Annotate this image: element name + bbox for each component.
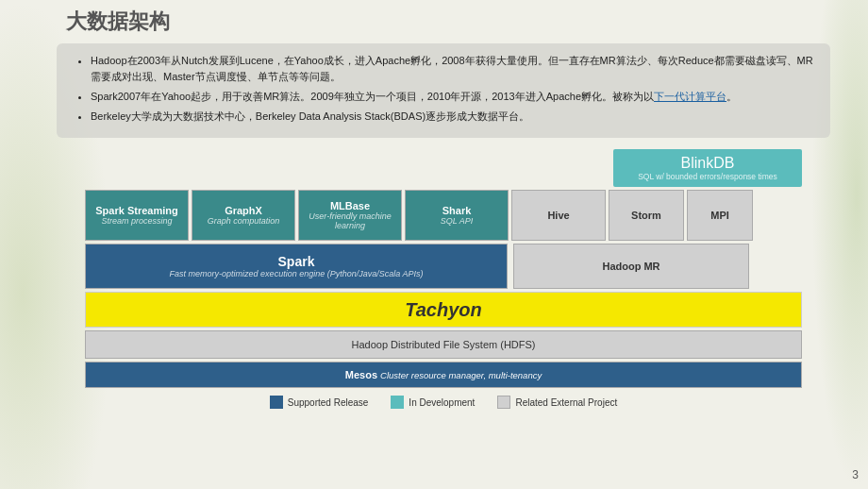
legend: Supported Release In Development Related… [85, 396, 802, 409]
bullets-box: Hadoop在2003年从Nutch发展到Lucene，在Yahoo成长，进入A… [57, 43, 830, 138]
legend-supported: Supported Release [270, 396, 369, 409]
page-number: 3 [852, 468, 859, 481]
spark-title: Spark [278, 254, 315, 269]
graphx-title: GraphX [225, 205, 262, 216]
bullet-2: Spark2007年在Yahoo起步，用于改善MR算法。2009年独立为一个项目… [91, 89, 813, 105]
bullet-3: Berkeley大学成为大数据技术中心，Berkeley Data Analys… [91, 109, 813, 125]
legend-external-label: Related External Project [515, 397, 617, 408]
legend-development-box [391, 396, 404, 409]
mesos-row: Mesos Cluster resource manager, multi-te… [85, 362, 802, 388]
blinkdb-row: BlinkDB SQL w/ bounded errors/response t… [85, 149, 802, 187]
hdfs-cell: Hadoop Distributed File System (HDFS) [85, 330, 802, 359]
bullet-list: Hadoop在2003年从Nutch发展到Lucene，在Yahoo成长，进入A… [74, 53, 813, 125]
spark-row: Spark Fast memory-optimized execution en… [85, 244, 802, 289]
mlbase-cell: MLBase User-friendly machine learning [298, 190, 402, 241]
tachyon-title: Tachyon [405, 299, 482, 321]
legend-supported-label: Supported Release [288, 397, 369, 408]
mlbase-title: MLBase [330, 200, 370, 211]
hdfs-title: Hadoop Distributed File System (HDFS) [351, 339, 535, 350]
tachyon-cell: Tachyon [85, 292, 802, 328]
hdfs-row: Hadoop Distributed File System (HDFS) [85, 330, 802, 359]
blinkdb-sub: SQL w/ bounded errors/response times [623, 172, 793, 181]
spark-streaming-sub: Stream processing [101, 216, 172, 226]
hadoop-mr-title: Hadoop MR [602, 261, 659, 272]
diagram: BlinkDB SQL w/ bounded errors/response t… [85, 149, 802, 409]
storm-title: Storm [631, 210, 661, 221]
legend-development: In Development [391, 396, 475, 409]
legend-supported-box [270, 396, 283, 409]
tools-row: Spark Streaming Stream processing GraphX… [85, 190, 802, 241]
underline-text: 下一代计算平台 [654, 91, 726, 102]
slide-title: 大数据架构 [57, 8, 830, 36]
shark-sub: SQL API [441, 216, 474, 226]
blinkdb-title: BlinkDB [623, 155, 793, 172]
mesos-sub: Cluster resource manager, multi-tenancy [380, 370, 542, 380]
bullet-1: Hadoop在2003年从Nutch发展到Lucene，在Yahoo成长，进入A… [91, 53, 813, 85]
legend-development-label: In Development [409, 397, 475, 408]
legend-external-box [497, 396, 510, 409]
mpi-title: MPI [710, 210, 729, 221]
spark-cell: Spark Fast memory-optimized execution en… [85, 244, 508, 289]
mpi-cell: MPI [687, 190, 753, 241]
mesos-title: Mesos [345, 369, 377, 380]
hadoop-mr-cell: Hadoop MR [513, 244, 749, 289]
blinkdb-cell: BlinkDB SQL w/ bounded errors/response t… [613, 149, 802, 187]
mesos-content: Mesos Cluster resource manager, multi-te… [345, 369, 542, 380]
hive-title: Hive [547, 210, 569, 221]
graphx-cell: GraphX Graph computation [192, 190, 295, 241]
storm-cell: Storm [609, 190, 684, 241]
shark-cell: Shark SQL API [405, 190, 509, 241]
legend-external: Related External Project [497, 396, 617, 409]
graphx-sub: Graph computation [208, 216, 280, 226]
hive-cell: Hive [511, 190, 606, 241]
shark-title: Shark [442, 205, 472, 216]
spark-streaming-title: Spark Streaming [95, 205, 177, 216]
slide-container: 大数据架构 Hadoop在2003年从Nutch发展到Lucene，在Yahoo… [57, 8, 830, 481]
tachyon-row: Tachyon [85, 292, 802, 328]
mesos-cell: Mesos Cluster resource manager, multi-te… [85, 362, 802, 388]
spark-sub: Fast memory-optimized execution engine (… [170, 269, 424, 278]
mlbase-sub: User-friendly machine learning [305, 211, 395, 230]
spark-streaming-cell: Spark Streaming Stream processing [85, 190, 189, 241]
